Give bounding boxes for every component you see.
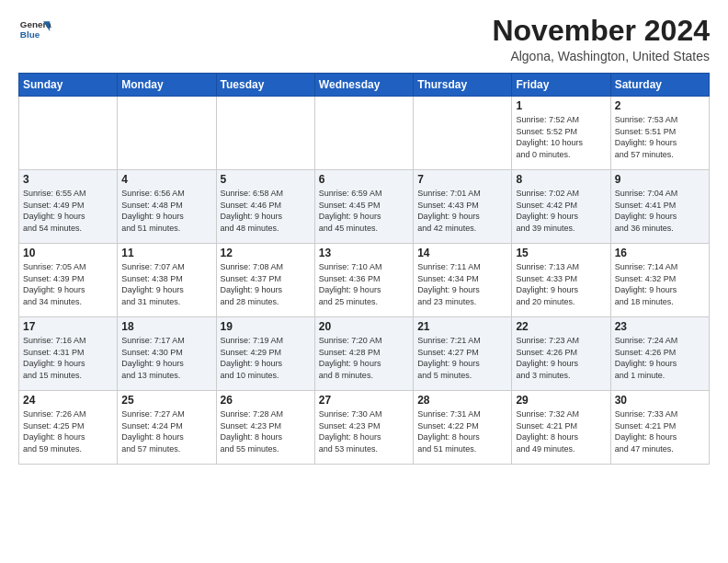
day-info: Sunrise: 7:27 AM Sunset: 4:24 PM Dayligh… — [121, 408, 211, 454]
day-cell: 3Sunrise: 6:55 AM Sunset: 4:49 PM Daylig… — [19, 170, 118, 244]
day-cell — [314, 97, 413, 170]
day-info: Sunrise: 6:56 AM Sunset: 4:48 PM Dayligh… — [121, 188, 211, 234]
week-row-1: 1Sunrise: 7:52 AM Sunset: 5:52 PM Daylig… — [19, 97, 710, 170]
day-cell: 25Sunrise: 7:27 AM Sunset: 4:24 PM Dayli… — [118, 391, 216, 465]
header: General Blue November 2024 Algona, Washi… — [18, 15, 710, 63]
column-header-tuesday: Tuesday — [216, 74, 314, 97]
day-cell: 12Sunrise: 7:08 AM Sunset: 4:37 PM Dayli… — [216, 244, 314, 317]
day-cell: 24Sunrise: 7:26 AM Sunset: 4:25 PM Dayli… — [19, 391, 118, 465]
day-cell: 23Sunrise: 7:24 AM Sunset: 4:26 PM Dayli… — [610, 317, 709, 391]
day-number: 16 — [615, 247, 705, 259]
day-cell: 13Sunrise: 7:10 AM Sunset: 4:36 PM Dayli… — [314, 244, 413, 317]
column-header-friday: Friday — [512, 74, 610, 97]
day-number: 25 — [121, 394, 211, 407]
day-cell: 15Sunrise: 7:13 AM Sunset: 4:33 PM Dayli… — [512, 244, 610, 317]
day-cell: 27Sunrise: 7:30 AM Sunset: 4:23 PM Dayli… — [314, 391, 413, 465]
day-info: Sunrise: 7:16 AM Sunset: 4:31 PM Dayligh… — [23, 335, 113, 381]
month-year-title: November 2024 — [492, 15, 710, 47]
day-cell — [118, 97, 216, 170]
day-cell: 8Sunrise: 7:02 AM Sunset: 4:42 PM Daylig… — [512, 170, 610, 244]
day-number: 30 — [615, 394, 705, 407]
day-cell: 22Sunrise: 7:23 AM Sunset: 4:26 PM Dayli… — [512, 317, 610, 391]
day-number: 11 — [121, 247, 211, 259]
day-info: Sunrise: 7:11 AM Sunset: 4:34 PM Dayligh… — [417, 261, 507, 307]
day-number: 10 — [23, 247, 113, 259]
day-cell: 29Sunrise: 7:32 AM Sunset: 4:21 PM Dayli… — [512, 391, 610, 465]
location-subtitle: Algona, Washington, United States — [492, 49, 710, 63]
day-cell: 5Sunrise: 6:58 AM Sunset: 4:46 PM Daylig… — [216, 170, 314, 244]
day-number: 20 — [319, 320, 409, 333]
day-number: 8 — [516, 173, 606, 186]
week-row-3: 10Sunrise: 7:05 AM Sunset: 4:39 PM Dayli… — [19, 244, 710, 317]
day-cell: 30Sunrise: 7:33 AM Sunset: 4:21 PM Dayli… — [610, 391, 709, 465]
day-number: 19 — [221, 320, 311, 333]
logo-icon: General Blue — [18, 15, 51, 48]
page: General Blue November 2024 Algona, Washi… — [0, 0, 728, 474]
day-number: 27 — [319, 394, 409, 407]
column-header-monday: Monday — [118, 74, 216, 97]
logo: General Blue — [18, 15, 51, 48]
day-info: Sunrise: 7:33 AM Sunset: 4:21 PM Dayligh… — [615, 408, 705, 454]
day-number: 14 — [417, 247, 507, 259]
day-cell: 20Sunrise: 7:20 AM Sunset: 4:28 PM Dayli… — [314, 317, 413, 391]
day-info: Sunrise: 7:19 AM Sunset: 4:29 PM Dayligh… — [221, 335, 311, 381]
day-cell: 14Sunrise: 7:11 AM Sunset: 4:34 PM Dayli… — [414, 244, 512, 317]
day-number: 24 — [23, 394, 113, 407]
day-number: 6 — [319, 173, 409, 186]
day-number: 3 — [23, 173, 113, 186]
day-number: 26 — [221, 394, 311, 407]
day-cell: 11Sunrise: 7:07 AM Sunset: 4:38 PM Dayli… — [118, 244, 216, 317]
day-cell: 19Sunrise: 7:19 AM Sunset: 4:29 PM Dayli… — [216, 317, 314, 391]
day-info: Sunrise: 6:58 AM Sunset: 4:46 PM Dayligh… — [221, 188, 311, 234]
day-info: Sunrise: 7:52 AM Sunset: 5:52 PM Dayligh… — [516, 114, 606, 160]
day-info: Sunrise: 6:55 AM Sunset: 4:49 PM Dayligh… — [23, 188, 113, 234]
day-info: Sunrise: 7:21 AM Sunset: 4:27 PM Dayligh… — [417, 335, 507, 381]
day-number: 22 — [516, 320, 606, 333]
day-cell: 16Sunrise: 7:14 AM Sunset: 4:32 PM Dayli… — [610, 244, 709, 317]
day-number: 1 — [516, 99, 606, 112]
day-info: Sunrise: 7:53 AM Sunset: 5:51 PM Dayligh… — [615, 114, 705, 160]
day-number: 17 — [23, 320, 113, 333]
day-info: Sunrise: 7:31 AM Sunset: 4:22 PM Dayligh… — [417, 408, 507, 454]
day-number: 21 — [417, 320, 507, 333]
day-cell: 9Sunrise: 7:04 AM Sunset: 4:41 PM Daylig… — [610, 170, 709, 244]
day-info: Sunrise: 7:17 AM Sunset: 4:30 PM Dayligh… — [121, 335, 211, 381]
day-info: Sunrise: 7:23 AM Sunset: 4:26 PM Dayligh… — [516, 335, 606, 381]
day-info: Sunrise: 7:20 AM Sunset: 4:28 PM Dayligh… — [319, 335, 409, 381]
day-cell — [216, 97, 314, 170]
day-cell: 26Sunrise: 7:28 AM Sunset: 4:23 PM Dayli… — [216, 391, 314, 465]
day-number: 2 — [615, 99, 705, 112]
day-number: 23 — [615, 320, 705, 333]
day-cell: 10Sunrise: 7:05 AM Sunset: 4:39 PM Dayli… — [19, 244, 118, 317]
day-info: Sunrise: 7:10 AM Sunset: 4:36 PM Dayligh… — [319, 261, 409, 307]
day-number: 4 — [121, 173, 211, 186]
day-cell — [19, 97, 118, 170]
day-info: Sunrise: 7:07 AM Sunset: 4:38 PM Dayligh… — [121, 261, 211, 307]
day-info: Sunrise: 7:28 AM Sunset: 4:23 PM Dayligh… — [221, 408, 311, 454]
svg-text:Blue: Blue — [20, 29, 40, 40]
week-row-4: 17Sunrise: 7:16 AM Sunset: 4:31 PM Dayli… — [19, 317, 710, 391]
column-header-saturday: Saturday — [610, 74, 709, 97]
day-cell: 28Sunrise: 7:31 AM Sunset: 4:22 PM Dayli… — [414, 391, 512, 465]
day-number: 7 — [417, 173, 507, 186]
day-info: Sunrise: 7:04 AM Sunset: 4:41 PM Dayligh… — [615, 188, 705, 234]
title-block: November 2024 Algona, Washington, United… — [492, 15, 710, 63]
calendar-header-row: SundayMondayTuesdayWednesdayThursdayFrid… — [19, 74, 710, 97]
day-cell: 7Sunrise: 7:01 AM Sunset: 4:43 PM Daylig… — [414, 170, 512, 244]
day-cell: 1Sunrise: 7:52 AM Sunset: 5:52 PM Daylig… — [512, 97, 610, 170]
day-cell: 18Sunrise: 7:17 AM Sunset: 4:30 PM Dayli… — [118, 317, 216, 391]
day-info: Sunrise: 7:02 AM Sunset: 4:42 PM Dayligh… — [516, 188, 606, 234]
day-info: Sunrise: 7:01 AM Sunset: 4:43 PM Dayligh… — [417, 188, 507, 234]
day-cell: 4Sunrise: 6:56 AM Sunset: 4:48 PM Daylig… — [118, 170, 216, 244]
day-cell: 2Sunrise: 7:53 AM Sunset: 5:51 PM Daylig… — [610, 97, 709, 170]
day-info: Sunrise: 7:32 AM Sunset: 4:21 PM Dayligh… — [516, 408, 606, 454]
day-info: Sunrise: 7:26 AM Sunset: 4:25 PM Dayligh… — [23, 408, 113, 454]
day-info: Sunrise: 7:30 AM Sunset: 4:23 PM Dayligh… — [319, 408, 409, 454]
day-number: 29 — [516, 394, 606, 407]
day-number: 28 — [417, 394, 507, 407]
week-row-5: 24Sunrise: 7:26 AM Sunset: 4:25 PM Dayli… — [19, 391, 710, 465]
day-cell: 21Sunrise: 7:21 AM Sunset: 4:27 PM Dayli… — [414, 317, 512, 391]
day-info: Sunrise: 7:14 AM Sunset: 4:32 PM Dayligh… — [615, 261, 705, 307]
day-number: 13 — [319, 247, 409, 259]
calendar-table: SundayMondayTuesdayWednesdayThursdayFrid… — [18, 73, 710, 465]
